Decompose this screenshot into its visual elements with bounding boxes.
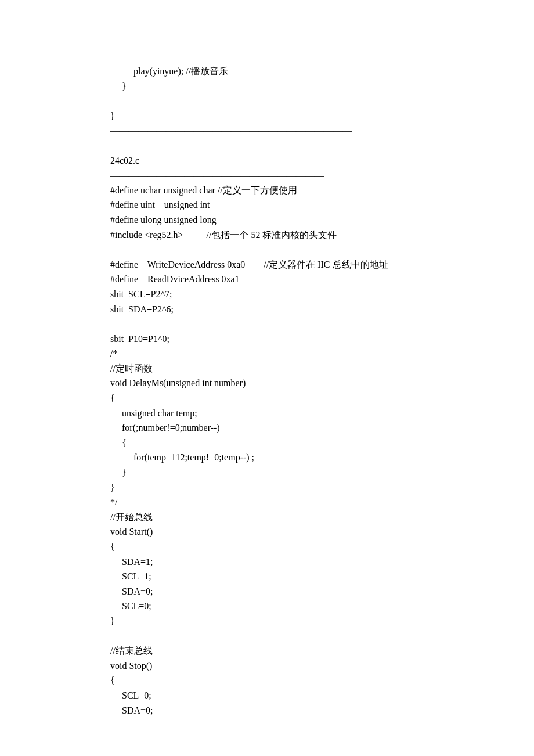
code-line: { [110, 391, 424, 406]
code-line: SDA=1; [110, 555, 424, 570]
code-line: */ [110, 495, 424, 510]
code-line: void DelayMs(unsigned int number) [110, 376, 424, 391]
code-line: SCL=0; [110, 688, 424, 703]
code-line: } [110, 480, 424, 495]
code-line: #define ulong unsigned long [110, 213, 424, 228]
code-line: SDA=0; [110, 584, 424, 599]
code-line: ―――――――――――――――――――――――――― [110, 123, 424, 138]
code-line: #define uchar unsigned char //定义一下方便使用 [110, 183, 424, 198]
code-line: SCL=0; [110, 599, 424, 614]
code-line: { [110, 673, 424, 688]
code-line: 24c02.c [110, 153, 424, 168]
code-line: //定时函数 [110, 361, 424, 376]
code-line: { [110, 435, 424, 451]
code-line: } [110, 79, 424, 94]
code-line [110, 629, 424, 644]
code-block: play(yinyue); //播放音乐 } }――――――――――――――――… [110, 64, 424, 718]
code-line: sbit SDA=P2^6; [110, 302, 424, 317]
code-line: #define ReadDviceAddress 0xa1 [110, 272, 424, 287]
document-page: play(yinyue); //播放音乐 } }――――――――――――――――… [0, 0, 534, 756]
code-line: sbit P10=P1^0; [110, 332, 424, 347]
code-line: for(;number!=0;number--) [110, 420, 424, 435]
code-line: void Stop() [110, 658, 424, 674]
code-line [110, 242, 424, 257]
code-line: /* [110, 346, 424, 361]
code-line: } [110, 465, 424, 480]
code-line: unsigned char temp; [110, 406, 424, 421]
code-line: } [110, 109, 424, 124]
code-line: for(temp=112;temp!=0;temp--) ; [110, 450, 424, 465]
code-line: SDA=0; [110, 703, 424, 718]
code-line: } [110, 614, 424, 629]
code-line: #include <reg52.h> //包括一个 52 标准内核的头文件 [110, 228, 424, 243]
code-line: //开始总线 [110, 510, 424, 525]
code-line: //结束总线 [110, 643, 424, 658]
code-line: sbit SCL=P2^7; [110, 287, 424, 302]
code-line [110, 138, 424, 153]
code-line: void Start() [110, 524, 424, 539]
code-line: { [110, 539, 424, 555]
code-line: #define uint unsigned int [110, 197, 424, 213]
code-line [110, 93, 424, 109]
code-line: #define WriteDeviceAddress 0xa0 //定义器件在 … [110, 257, 424, 272]
code-line: play(yinyue); //播放音乐 [110, 64, 424, 79]
code-line: ――――――――――――――――――――――― [110, 168, 424, 183]
code-line: SCL=1; [110, 569, 424, 584]
code-line [110, 316, 424, 332]
